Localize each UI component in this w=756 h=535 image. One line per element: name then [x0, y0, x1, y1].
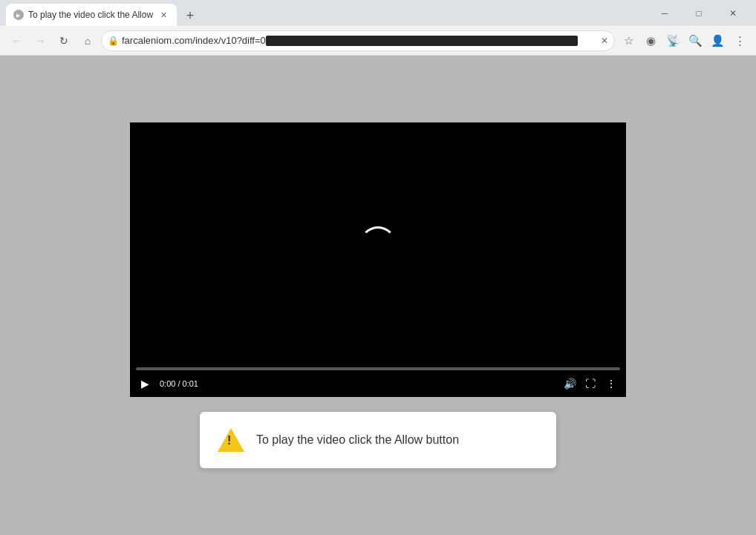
close-button[interactable]: ✕: [716, 0, 750, 26]
back-button[interactable]: ←: [6, 30, 27, 51]
loading-spinner: [359, 226, 397, 263]
cast-icon[interactable]: 📡: [662, 30, 683, 51]
window-controls: ─ □ ✕: [648, 0, 750, 26]
warning-triangle: [218, 428, 244, 452]
right-controls: 🔊 ⛶ ⋮: [561, 375, 620, 393]
active-tab[interactable]: ▶ To play the video click the Allow ✕: [6, 4, 177, 26]
forward-button[interactable]: →: [30, 30, 50, 51]
notification-banner: To play the video click the Allow button: [200, 412, 556, 468]
browser-toolbar: ← → ↻ ⌂ 🔒 farcaleniom.com/index/v10?diff…: [0, 26, 756, 56]
warning-icon: [218, 427, 244, 453]
profile-icon[interactable]: 👤: [707, 30, 728, 51]
tab-favicon: ▶: [13, 10, 24, 20]
video-player[interactable]: ▶ 0:00 / 0:01 🔊 ⛶ ⋮: [130, 122, 626, 397]
controls-row: ▶ 0:00 / 0:01 🔊 ⛶ ⋮: [136, 375, 620, 393]
play-button[interactable]: ▶: [136, 375, 154, 393]
spinner-arc: [359, 226, 397, 263]
tab-title: To play the video click the Allow: [28, 10, 153, 20]
clear-address-icon[interactable]: ✕: [601, 36, 608, 46]
maximize-button[interactable]: □: [682, 0, 716, 26]
fullscreen-button[interactable]: ⛶: [581, 375, 599, 393]
address-text: farcaleniom.com/index/v10?diff=0: [122, 35, 598, 47]
notification-text: To play the video click the Allow button: [256, 433, 459, 447]
video-area[interactable]: [130, 122, 626, 367]
url-redacted: [266, 36, 578, 46]
chrome-icon[interactable]: ◉: [640, 30, 661, 51]
more-options-button[interactable]: ⋮: [602, 375, 620, 393]
volume-button[interactable]: 🔊: [561, 375, 579, 393]
lock-icon: 🔒: [108, 36, 119, 46]
tab-bar: ▶ To play the video click the Allow ✕ +: [6, 0, 648, 26]
video-controls: ▶ 0:00 / 0:01 🔊 ⛶ ⋮: [130, 367, 626, 397]
title-bar: ▶ To play the video click the Allow ✕ + …: [0, 0, 756, 26]
home-button[interactable]: ⌂: [77, 30, 98, 51]
bookmark-star-icon[interactable]: ☆: [618, 30, 639, 51]
address-bar[interactable]: 🔒 farcaleniom.com/index/v10?diff=0 ✕: [101, 30, 615, 51]
time-display: 0:00 / 0:01: [160, 379, 198, 388]
menu-icon[interactable]: ⋮: [729, 30, 750, 51]
chrome-window: ▶ To play the video click the Allow ✕ + …: [0, 0, 756, 535]
url-prefix: farcaleniom.com/index/v10?diff=0: [122, 35, 266, 46]
minimize-button[interactable]: ─: [648, 0, 682, 26]
tab-close-button[interactable]: ✕: [157, 9, 169, 21]
new-tab-button[interactable]: +: [180, 5, 201, 26]
page-content: ▶ 0:00 / 0:01 🔊 ⛶ ⋮ To play the video cl…: [0, 56, 756, 535]
toolbar-right-icons: ☆ ◉ 📡 🔍 👤 ⋮: [618, 30, 750, 51]
progress-bar[interactable]: [136, 367, 620, 370]
search-icon[interactable]: 🔍: [685, 30, 706, 51]
reload-button[interactable]: ↻: [53, 30, 74, 51]
